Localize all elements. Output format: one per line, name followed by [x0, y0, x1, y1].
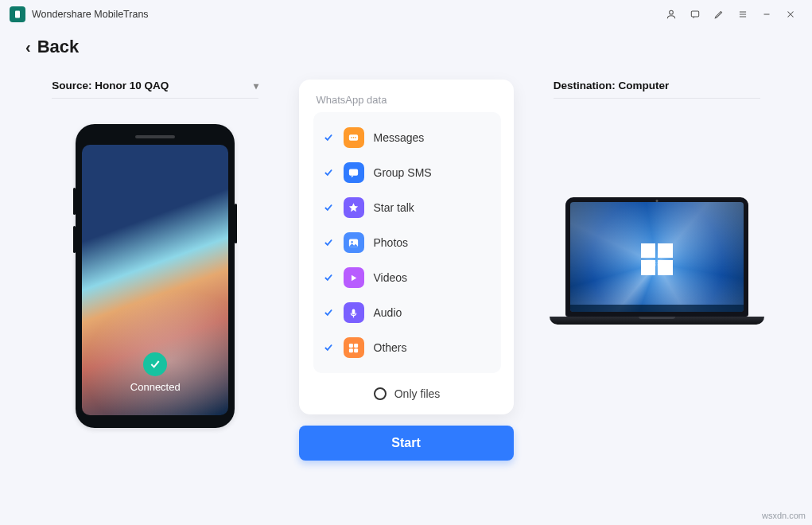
item-icon	[344, 162, 364, 183]
item-icon	[344, 337, 364, 358]
item-icon	[344, 302, 364, 323]
app-title: Wondershare MobileTrans	[32, 9, 149, 20]
svg-rect-0	[15, 11, 20, 18]
svg-point-1	[670, 10, 674, 14]
item-icon	[344, 232, 364, 253]
app-logo-icon	[10, 6, 25, 22]
source-selector[interactable]: Source: Honor 10 QAQ ▾	[52, 80, 258, 99]
data-type-item[interactable]: Group SMS	[317, 155, 498, 190]
chevron-left-icon: ‹	[25, 38, 31, 56]
destination-selector[interactable]: Destination: Computer	[554, 80, 760, 99]
data-type-item[interactable]: Audio	[317, 295, 498, 330]
source-prefix: Source:	[52, 80, 95, 91]
source-phone-illustration: Connected	[76, 124, 235, 428]
source-device: Honor 10 QAQ	[95, 80, 169, 91]
check-icon	[323, 237, 334, 248]
check-icon	[323, 132, 334, 143]
item-label: Messages	[374, 131, 425, 144]
feedback-icon[interactable]	[683, 5, 707, 24]
data-type-item[interactable]: Others	[317, 330, 498, 365]
destination-laptop-illustration	[550, 197, 764, 325]
source-status: Connected	[82, 381, 228, 393]
svg-rect-7	[349, 169, 358, 175]
check-icon	[323, 272, 334, 283]
item-label: Others	[374, 341, 407, 354]
chevron-down-icon: ▾	[254, 80, 258, 91]
check-icon	[323, 307, 334, 318]
item-label: Group SMS	[374, 166, 432, 179]
item-label: Star talk	[374, 201, 414, 214]
edit-icon[interactable]	[707, 5, 731, 24]
svg-point-4	[351, 137, 352, 138]
card-title: WhatsApp data	[313, 94, 501, 106]
item-label: Audio	[374, 306, 402, 319]
svg-rect-14	[354, 348, 358, 352]
item-label: Videos	[374, 271, 408, 284]
close-button[interactable]	[779, 5, 802, 24]
svg-rect-2	[691, 11, 698, 17]
check-icon	[323, 167, 334, 178]
data-type-item[interactable]: Photos	[317, 225, 498, 260]
data-type-item[interactable]: Videos	[317, 260, 498, 295]
only-files-option[interactable]: Only files	[313, 373, 501, 403]
item-icon	[344, 127, 364, 148]
check-icon	[323, 342, 334, 353]
destination-device: Computer	[619, 80, 670, 91]
title-bar: Wondershare MobileTrans	[0, 0, 812, 27]
svg-point-6	[355, 137, 356, 138]
watermark: wsxdn.com	[762, 511, 806, 520]
item-icon	[344, 197, 364, 218]
account-icon[interactable]	[659, 5, 683, 24]
back-label: Back	[37, 37, 80, 57]
back-button[interactable]: ‹ Back	[0, 27, 812, 62]
svg-rect-12	[354, 343, 358, 347]
data-type-item[interactable]: Star talk	[317, 190, 498, 225]
item-label: Photos	[374, 236, 409, 249]
check-icon	[323, 202, 334, 213]
svg-point-5	[353, 137, 355, 138]
start-button[interactable]: Start	[299, 426, 514, 461]
destination-prefix: Destination:	[554, 80, 619, 91]
item-icon	[344, 267, 364, 288]
data-type-item[interactable]: Messages	[317, 120, 498, 155]
windows-logo-icon	[641, 243, 673, 275]
svg-point-9	[351, 241, 353, 243]
radio-icon	[374, 387, 387, 400]
data-type-card: WhatsApp data MessagesGroup SMSStar talk…	[299, 80, 514, 414]
only-files-label: Only files	[394, 387, 441, 400]
menu-icon[interactable]	[731, 5, 755, 24]
minimize-button[interactable]	[755, 5, 779, 24]
svg-rect-11	[349, 343, 353, 347]
svg-rect-10	[352, 309, 355, 314]
check-circle-icon	[143, 352, 167, 376]
svg-rect-13	[349, 348, 353, 352]
